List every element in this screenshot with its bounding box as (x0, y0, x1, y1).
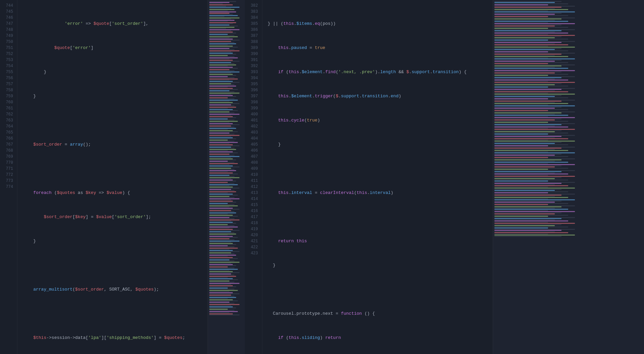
js-code-panel[interactable]: 382 383 384 385 386 387 388 389 390 391 … (245, 0, 493, 354)
editor-container: 744 745 746 747 748 749 750 751 752 753 … (0, 0, 644, 354)
right-minimap-content (493, 0, 644, 238)
js-code-area[interactable]: } || (this.$items.eq(pos)) this.paused =… (262, 0, 493, 354)
left-minimap-content (208, 0, 245, 316)
left-line-numbers: 744 745 746 747 748 749 750 751 752 753 … (0, 0, 17, 354)
right-minimap[interactable] (493, 0, 644, 354)
php-code-area[interactable]: 'error' => $quote['sort_order'], $quote[… (17, 0, 208, 354)
php-code-panel[interactable]: 744 745 746 747 748 749 750 751 752 753 … (0, 0, 208, 354)
left-minimap[interactable] (208, 0, 245, 354)
right-line-numbers: 382 383 384 385 386 387 388 389 390 391 … (245, 0, 262, 354)
